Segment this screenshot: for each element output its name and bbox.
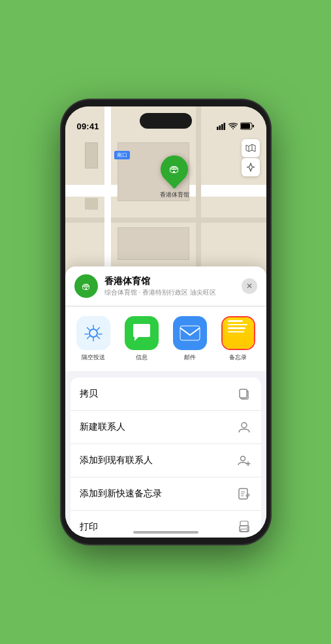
- share-item-notes[interactable]: 备忘录: [217, 316, 260, 362]
- status-icons: [217, 122, 255, 131]
- menu-item-new-contact[interactable]: 新建联系人: [71, 411, 261, 444]
- menu-item-add-existing[interactable]: 添加到现有联系人: [71, 444, 261, 477]
- svg-point-11: [242, 423, 247, 428]
- add-existing-label: 添加到现有联系人: [80, 455, 153, 466]
- menu-item-add-notes[interactable]: 添加到新快速备忘录: [71, 477, 261, 511]
- svg-rect-6: [253, 125, 254, 127]
- svg-rect-8: [180, 326, 200, 340]
- close-button[interactable]: ✕: [242, 278, 257, 294]
- printer-icon: [236, 519, 252, 535]
- marker-label: 香港体育馆: [160, 191, 189, 199]
- airdrop-label: 隔空投送: [82, 353, 105, 362]
- svg-point-17: [247, 527, 248, 528]
- menu-item-copy[interactable]: 拷贝: [71, 378, 261, 411]
- share-item-message[interactable]: 信息: [120, 316, 163, 362]
- print-label: 打印: [80, 521, 98, 533]
- bottom-sheet: 🏟 香港体育馆 综合体育馆 · 香港特别行政区 油尖旺区 ✕: [65, 266, 266, 538]
- person-add-icon: [236, 453, 252, 468]
- home-indicator: [133, 531, 198, 534]
- phone-screen: 09:41: [65, 106, 266, 538]
- message-label: 信息: [136, 353, 148, 362]
- mail-label: 邮件: [184, 353, 196, 362]
- airdrop-icon: [76, 316, 110, 350]
- copy-label: 拷贝: [80, 388, 98, 400]
- map-controls: [242, 139, 260, 176]
- share-row: 隔空投送 信息: [65, 307, 266, 371]
- notes-label: 备忘录: [229, 353, 247, 362]
- phone-frame: 09:41: [61, 100, 270, 544]
- svg-point-7: [89, 329, 97, 337]
- svg-rect-10: [240, 389, 247, 398]
- message-icon: [125, 316, 159, 350]
- signal-icon: [217, 123, 226, 131]
- location-header: 🏟 香港体育馆 综合体育馆 · 香港特别行政区 油尖旺区 ✕: [65, 266, 266, 306]
- svg-point-12: [240, 457, 245, 461]
- share-item-airdrop[interactable]: 隔空投送: [72, 316, 115, 362]
- road-label: 南口: [114, 151, 130, 159]
- svg-rect-5: [241, 123, 250, 129]
- svg-rect-2: [221, 124, 223, 130]
- map-marker: 🏟 香港体育馆: [160, 155, 189, 199]
- battery-icon: [240, 122, 255, 131]
- svg-rect-0: [217, 127, 219, 130]
- square-pen-icon: [236, 486, 252, 502]
- person-icon: [236, 419, 252, 435]
- new-contact-label: 新建联系人: [80, 421, 125, 433]
- svg-rect-3: [223, 123, 225, 130]
- location-info: 香港体育馆 综合体育馆 · 香港特别行政区 油尖旺区: [104, 276, 235, 297]
- wifi-icon: [229, 123, 238, 131]
- svg-rect-1: [219, 125, 221, 130]
- copy-icon: [236, 386, 252, 402]
- share-item-more[interactable]: 推: [265, 316, 266, 362]
- mail-icon: [173, 316, 207, 350]
- share-item-mail[interactable]: 邮件: [168, 316, 212, 362]
- location-button[interactable]: [242, 158, 260, 176]
- map-type-button[interactable]: [242, 139, 260, 157]
- status-time: 09:41: [77, 121, 99, 131]
- add-notes-label: 添加到新快速备忘录: [80, 488, 162, 500]
- stadium-icon: 🏟: [169, 163, 180, 175]
- notes-icon: [221, 316, 255, 350]
- menu-section: 拷贝 新建联系人: [71, 378, 261, 538]
- svg-rect-14: [240, 521, 248, 526]
- location-name: 香港体育馆: [104, 276, 235, 287]
- location-venue-icon: 🏟: [74, 274, 98, 298]
- svg-rect-16: [241, 529, 247, 532]
- location-subtitle: 综合体育馆 · 香港特别行政区 油尖旺区: [104, 288, 235, 297]
- dynamic-island: [140, 113, 192, 129]
